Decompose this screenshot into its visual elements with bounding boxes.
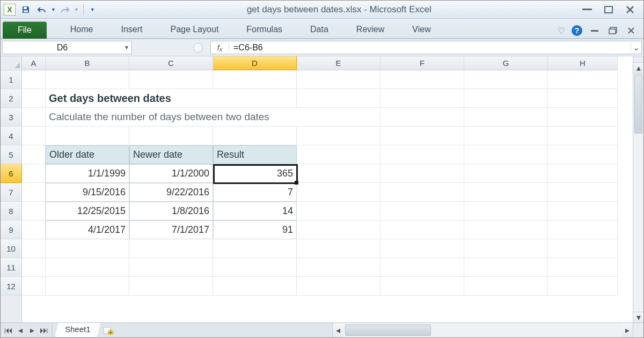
cell-G6[interactable] xyxy=(464,164,548,183)
col-header-F[interactable]: F xyxy=(380,56,464,70)
cell-G3[interactable] xyxy=(464,108,548,127)
cell-A2[interactable] xyxy=(22,89,46,108)
cell-H5[interactable] xyxy=(548,145,618,164)
cell-H8[interactable] xyxy=(548,202,618,221)
cell-D1[interactable] xyxy=(213,70,297,89)
cell-D9[interactable]: 91 xyxy=(213,221,297,239)
cells-area[interactable]: Get days between dates Calculate the num… xyxy=(22,70,633,322)
prev-sheet-button[interactable]: ◂ xyxy=(16,326,25,335)
cell-B8[interactable]: 12/25/2015 xyxy=(46,202,129,221)
cell-F4[interactable] xyxy=(380,127,464,145)
cell-H11[interactable] xyxy=(548,258,618,277)
redo-dropdown-icon[interactable]: ▼ xyxy=(74,7,79,12)
file-tab[interactable]: File xyxy=(3,21,47,39)
cell-E12[interactable] xyxy=(297,277,380,296)
cell-B7[interactable]: 9/15/2016 xyxy=(46,183,129,202)
cell-D12[interactable] xyxy=(213,277,297,296)
cell-E9[interactable] xyxy=(297,221,380,239)
col-header-A[interactable]: A xyxy=(22,56,46,70)
cell-G11[interactable] xyxy=(464,258,548,277)
cell-A8[interactable] xyxy=(22,202,46,221)
cell-G9[interactable] xyxy=(464,221,548,239)
row-header-3[interactable]: 3 xyxy=(1,108,22,127)
cell-D7[interactable]: 7 xyxy=(213,183,297,202)
row-header-12[interactable]: 12 xyxy=(1,277,22,296)
cell-G8[interactable] xyxy=(464,202,548,221)
close-button[interactable] xyxy=(624,5,636,14)
cell-H10[interactable] xyxy=(548,239,618,258)
cell-A1[interactable] xyxy=(22,70,46,89)
sheet-tab-1[interactable]: Sheet1 xyxy=(55,322,101,337)
tab-insert[interactable]: Insert xyxy=(107,21,156,38)
wb-minimize-button[interactable] xyxy=(589,26,601,35)
redo-button[interactable] xyxy=(58,3,72,16)
cell-B10[interactable] xyxy=(46,239,129,258)
cell-C4[interactable] xyxy=(129,127,213,145)
cell-F10[interactable] xyxy=(380,239,464,258)
cell-C10[interactable] xyxy=(129,239,213,258)
wb-restore-button[interactable] xyxy=(607,26,619,35)
cell-D11[interactable] xyxy=(213,258,297,277)
cell-D5[interactable]: Result xyxy=(213,145,297,164)
col-header-B[interactable]: B xyxy=(46,56,129,70)
cell-E4[interactable] xyxy=(297,127,380,145)
split-box-top[interactable] xyxy=(633,56,643,63)
cell-D4[interactable] xyxy=(213,127,297,145)
cell-D6[interactable]: 365 xyxy=(213,164,297,183)
cell-C6[interactable]: 1/1/2000 xyxy=(129,164,213,183)
cell-F2[interactable] xyxy=(380,89,464,108)
cell-B4[interactable] xyxy=(46,127,129,145)
cell-G5[interactable] xyxy=(464,145,548,164)
row-header-1[interactable]: 1 xyxy=(1,70,22,89)
cell-E8[interactable] xyxy=(297,202,380,221)
cell-H3[interactable] xyxy=(548,108,618,127)
undo-dropdown-icon[interactable]: ▼ xyxy=(51,7,56,12)
cell-G4[interactable] xyxy=(464,127,548,145)
tab-review[interactable]: Review xyxy=(342,21,398,38)
tab-data[interactable]: Data xyxy=(296,21,342,38)
horizontal-scroll-thumb[interactable] xyxy=(345,325,431,336)
cell-F5[interactable] xyxy=(380,145,464,164)
scroll-left-icon[interactable]: ◂ xyxy=(333,323,343,337)
tab-view[interactable]: View xyxy=(398,21,444,38)
cell-H4[interactable] xyxy=(548,127,618,145)
cell-H12[interactable] xyxy=(548,277,618,296)
scroll-down-icon[interactable]: ▾ xyxy=(633,312,643,322)
row-header-4[interactable]: 4 xyxy=(1,127,22,145)
save-button[interactable] xyxy=(19,3,33,16)
cell-E7[interactable] xyxy=(297,183,380,202)
cell-E10[interactable] xyxy=(297,239,380,258)
cell-F11[interactable] xyxy=(380,258,464,277)
row-header-5[interactable]: 5 xyxy=(1,145,22,164)
last-sheet-button[interactable]: ⏭ xyxy=(39,326,49,335)
cell-A4[interactable] xyxy=(22,127,46,145)
row-header-10[interactable]: 10 xyxy=(1,239,22,258)
scroll-right-icon[interactable]: ▸ xyxy=(622,323,633,337)
tab-home[interactable]: Home xyxy=(56,21,107,38)
cell-B12[interactable] xyxy=(46,277,129,296)
qat-customize-icon[interactable]: ▼ xyxy=(88,7,97,12)
col-header-E[interactable]: E xyxy=(297,56,380,70)
cell-E1[interactable] xyxy=(297,70,380,89)
cell-E2[interactable] xyxy=(297,89,380,108)
name-box-dropdown-icon[interactable]: ▼ xyxy=(122,45,131,50)
formula-input[interactable]: =C6-B6 xyxy=(229,43,631,53)
minimize-button[interactable] xyxy=(581,5,593,14)
vertical-scroll-thumb[interactable] xyxy=(634,75,642,134)
maximize-button[interactable] xyxy=(603,5,614,14)
undo-button[interactable] xyxy=(35,3,49,16)
cell-C12[interactable] xyxy=(129,277,213,296)
cell-F7[interactable] xyxy=(380,183,464,202)
cell-F3[interactable] xyxy=(380,108,464,127)
wb-close-button[interactable] xyxy=(625,26,637,35)
cell-B1[interactable] xyxy=(46,70,129,89)
cell-F6[interactable] xyxy=(380,164,464,183)
cell-A3[interactable] xyxy=(22,108,46,127)
cell-C8[interactable]: 1/8/2016 xyxy=(129,202,213,221)
scroll-up-icon[interactable]: ▴ xyxy=(633,63,643,74)
cell-A9[interactable] xyxy=(22,221,46,239)
help-button[interactable]: ? xyxy=(572,25,582,36)
row-header-2[interactable]: 2 xyxy=(1,89,22,108)
next-sheet-button[interactable]: ▸ xyxy=(27,326,37,335)
cell-G7[interactable] xyxy=(464,183,548,202)
